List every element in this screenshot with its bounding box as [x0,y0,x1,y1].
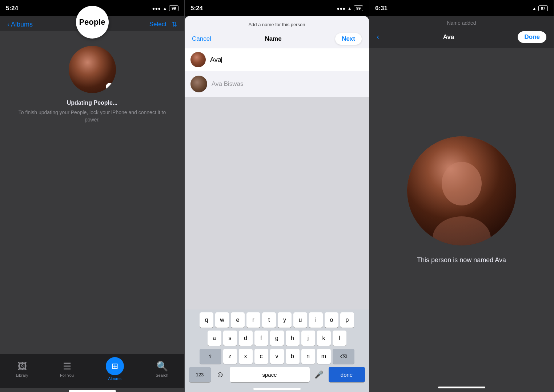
shift-key[interactable]: ⇧ [200,349,221,364]
person-large-avatar [407,136,516,245]
key-l[interactable]: l [333,331,346,346]
status-bar-2: 5:24 ●●● ▲ 99 [185,0,369,16]
suggestion-last: Biswas [222,80,244,87]
key-s[interactable]: s [223,331,237,346]
home-indicator-1 [69,390,116,392]
done-button[interactable]: Done [518,31,546,43]
wifi-icon-2: ▲ [347,6,352,11]
key-p[interactable]: p [340,312,354,328]
done-key[interactable]: done [329,367,365,382]
signal-icon-1: ●●● [152,6,161,11]
named-text: This person is now named Ava [417,256,506,264]
text-cursor [221,57,222,63]
for-you-label: For You [60,373,74,377]
suggestion-row[interactable]: Ava Biswas [185,71,369,97]
search-icon: 🔍 [156,361,168,372]
key-c[interactable]: c [254,349,268,364]
key-u[interactable]: u [293,312,307,328]
back-button-3[interactable]: ‹ [377,32,379,42]
panel-people: 5:24 ●●● ▲ 99 ‹ Albums Select ⇅ People ♥… [0,0,185,392]
key-d[interactable]: d [239,331,253,346]
key-g[interactable]: g [270,331,284,346]
panel-name-dialog: 5:24 ●●● ▲ 99 Add a name for this person… [185,0,369,392]
mic-icon[interactable]: 🎤 [312,367,327,382]
updating-subtitle: To finish updating your People, lock you… [0,109,184,123]
dialog-nav: Cancel Name Next [185,31,369,48]
panel3-main: This person is now named Ava [369,48,554,381]
space-key[interactable]: space [230,367,310,382]
key-h[interactable]: h [286,331,300,346]
key-v[interactable]: v [270,349,284,364]
key-b[interactable]: b [286,349,300,364]
search-label: Search [156,373,168,377]
battery-3: 97 [538,5,548,11]
name-value: Ava [210,56,221,63]
time-1: 5:24 [6,5,18,12]
keyboard: q w e r t y u i o p a s d f g h j k l [185,309,369,386]
library-label: Library [16,373,28,377]
tab-library[interactable]: 🖼 Library [16,361,28,377]
keyboard-row-2: a s d f g h j k l [186,331,368,346]
key-i[interactable]: i [309,312,323,328]
panel-name-added: 6:31 ▲ 97 Name added ‹ Ava Done [369,0,554,392]
next-button[interactable]: Next [335,33,362,45]
suggestion-name: Ava Biswas [212,80,244,88]
home-indicator-2 [253,388,301,390]
home-indicator-3 [438,387,485,388]
time-3: 6:31 [375,5,388,12]
name-input-row: Ava [185,48,369,71]
key-o[interactable]: o [325,312,338,328]
key-x[interactable]: x [239,349,253,364]
tab-search[interactable]: 🔍 Search [156,361,168,377]
svg-point-1 [442,162,482,205]
panel3-nav: ‹ Ava Done [369,28,554,48]
albums-icon: ⊞ [112,361,118,371]
heart-badge: ♥ [106,83,114,91]
wifi-icon-1: ▲ [162,6,167,11]
name-dialog-sheet: Add a name for this person Cancel Name N… [185,16,369,392]
name-input[interactable]: Ava [210,56,363,64]
panel3-home [369,381,554,392]
key-e[interactable]: e [231,312,245,328]
key-q[interactable]: q [200,312,213,328]
updating-title: Updating People... [67,100,118,106]
for-you-icon: ☰ [63,361,71,372]
person-avatar-1[interactable]: ♥ [69,46,116,93]
key-t[interactable]: t [262,312,276,328]
signal-icon-2: ●●● [337,6,346,11]
key-n[interactable]: n [301,349,315,364]
albums-label-tab: Albums [108,376,121,381]
albums-icon-circle: ⊞ [106,357,124,375]
key-z[interactable]: z [223,349,237,364]
tab-albums[interactable]: ⊞ Albums [106,357,124,381]
key-j[interactable]: j [301,331,315,346]
status-icons-2: ●●● ▲ 99 [337,5,363,11]
people-title-circle: People [76,6,109,39]
key-f[interactable]: f [254,331,268,346]
status-icons-3: ▲ 97 [532,5,548,11]
keyboard-bottom-row: 123 ☺ space 🎤 done [186,367,368,382]
panel2-home [185,386,369,392]
delete-key[interactable]: ⌫ [333,349,354,364]
key-k[interactable]: k [317,331,331,346]
cancel-button[interactable]: Cancel [192,35,211,43]
time-2: 5:24 [190,5,203,12]
avatar-svg [407,136,516,245]
key-r[interactable]: r [246,312,260,328]
panel1-content: People ♥ Updating People... To finish up… [0,31,184,392]
keyboard-row-1: q w e r t y u i o p [186,312,368,328]
num-key[interactable]: 123 [189,367,211,382]
input-avatar [190,52,206,67]
emoji-key[interactable]: ☺ [213,367,228,382]
name-added-label: Name added [447,20,476,26]
tab-for-you[interactable]: ☰ For You [60,361,74,377]
key-y[interactable]: y [278,312,292,328]
dialog-nav-title: Name [265,35,281,43]
dialog-header: Add a name for this person [185,16,369,31]
library-icon: 🖼 [17,361,27,372]
key-w[interactable]: w [215,312,229,328]
people-title-text: People [79,17,105,27]
key-a[interactable]: a [208,331,221,346]
panel3-nav-title: Ava [443,33,454,41]
key-m[interactable]: m [317,349,331,364]
